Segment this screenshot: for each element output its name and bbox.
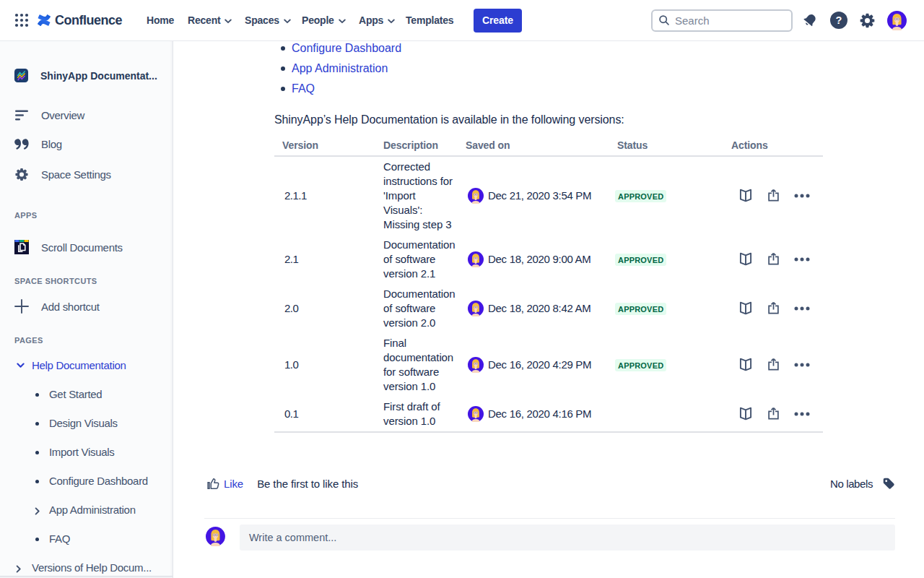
svg-text:?: ? — [836, 14, 842, 26]
